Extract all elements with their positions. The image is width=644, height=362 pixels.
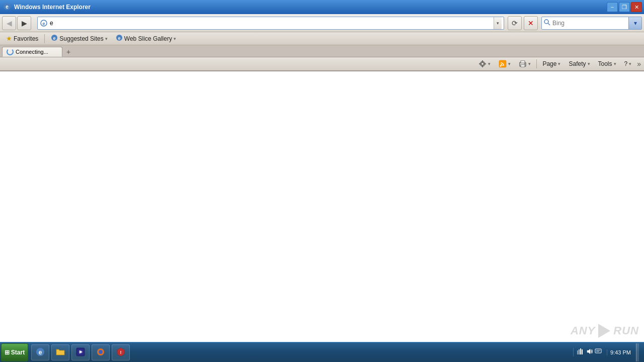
web-slice-icon: e — [116, 34, 123, 43]
minimize-button[interactable]: − — [607, 2, 618, 12]
svg-rect-42 — [595, 349, 601, 353]
restore-button[interactable]: ❐ — [619, 2, 630, 12]
search-container: ▾ — [541, 17, 642, 30]
start-windows-icon: ⊞ — [5, 349, 10, 356]
taskbar-media-button[interactable] — [71, 344, 90, 360]
address-input[interactable] — [50, 20, 494, 27]
svg-point-4 — [544, 20, 548, 24]
taskbar-firefox-icon — [96, 347, 105, 357]
command-bar: ▾ ▾ ▾ Page ▾ Safety ▾ Tools ▾ ? ▾ » — [0, 57, 644, 71]
title-bar-controls: − ❐ ✕ — [607, 2, 642, 12]
address-dropdown-button[interactable]: ▾ — [494, 17, 502, 29]
help-button[interactable]: ? ▾ — [621, 59, 635, 69]
svg-rect-38 — [579, 349, 580, 354]
search-icon — [542, 19, 552, 27]
safety-label: Safety — [569, 60, 586, 67]
tools-button[interactable]: Tools ▾ — [595, 59, 620, 69]
print-icon — [519, 60, 527, 68]
taskbar-right: 9:43 PM — [569, 343, 643, 361]
tools-icon-btn[interactable]: ▾ — [475, 58, 494, 69]
cmd-separator-1 — [536, 59, 537, 68]
forward-button[interactable]: ▶ — [17, 16, 31, 30]
web-slice-gallery-label: Web Slice Gallery — [124, 35, 172, 42]
svg-marker-41 — [587, 349, 590, 354]
taskbar-network-icon[interactable] — [577, 348, 584, 356]
taskbar-ie-icon: e — [36, 347, 45, 357]
page-label: Page — [542, 60, 556, 67]
svg-rect-19 — [521, 65, 525, 67]
svg-point-10 — [481, 62, 484, 65]
tab-loading-icon — [7, 48, 14, 55]
suggested-sites-label: Suggested Sites — [59, 35, 103, 42]
title-bar: e Windows Internet Explorer − ❐ ✕ — [0, 0, 644, 14]
favorites-bar: ★ Favorites e Suggested Sites ▾ e Web Sl… — [0, 32, 644, 45]
svg-point-35 — [99, 350, 103, 354]
toolbar: ◀ ▶ e ▾ ⟳ ✕ ▾ — [0, 14, 644, 32]
svg-text:e: e — [118, 36, 120, 41]
rss-btn[interactable]: ▾ — [495, 58, 514, 69]
main-content — [0, 71, 644, 348]
taskbar-action-center-icon[interactable] — [595, 348, 602, 356]
help-icon: ? — [624, 60, 628, 67]
tools-label: Tools — [598, 60, 612, 67]
ie-title-icon: e — [3, 3, 11, 12]
taskbar-security-icon: ! — [116, 347, 125, 357]
svg-text:e: e — [6, 4, 9, 10]
print-btn[interactable]: ▾ — [515, 58, 534, 69]
svg-rect-37 — [577, 350, 578, 354]
address-bar-icon: e — [40, 19, 48, 27]
web-slice-gallery-button[interactable]: e Web Slice Gallery ▾ — [113, 33, 179, 44]
start-button[interactable]: ⊞ Start — [1, 343, 28, 361]
taskbar-folder-button[interactable] — [51, 344, 69, 360]
back-button[interactable]: ◀ — [2, 16, 16, 30]
search-button[interactable]: ▾ — [628, 17, 641, 29]
show-desktop-button[interactable] — [636, 343, 639, 361]
browser-tab-1[interactable]: Connecting... — [2, 47, 62, 57]
safety-dropdown-icon: ▾ — [588, 61, 590, 66]
svg-rect-39 — [580, 348, 581, 354]
windows-taskbar: ⊞ Start e — [0, 342, 644, 362]
tab-bar: Connecting... + — [0, 45, 644, 57]
taskbar-folder-icon — [56, 347, 65, 357]
tab-1-label: Connecting... — [16, 49, 48, 55]
web-slice-dropdown-icon: ▾ — [174, 36, 176, 41]
svg-point-21 — [524, 63, 525, 64]
close-button[interactable]: ✕ — [631, 2, 642, 12]
tools-text-dropdown-icon: ▾ — [614, 61, 616, 66]
svg-point-17 — [500, 65, 502, 67]
title-bar-left: e Windows Internet Explorer — [3, 3, 91, 12]
safety-button[interactable]: Safety ▾ — [565, 59, 593, 69]
taskbar-media-icon — [76, 347, 85, 357]
command-bar-expand-button[interactable]: » — [637, 60, 641, 68]
address-bar-container: e ▾ — [37, 17, 504, 30]
svg-text:!: ! — [120, 350, 122, 355]
tools-gear-icon — [478, 60, 487, 68]
taskbar-security-button[interactable]: ! — [112, 344, 130, 360]
taskbar-firefox-button[interactable] — [92, 344, 110, 360]
system-clock[interactable]: 9:43 PM — [607, 349, 634, 355]
page-button[interactable]: Page ▾ — [539, 59, 564, 69]
rss-dropdown-icon: ▾ — [508, 61, 511, 66]
taskbar-volume-icon[interactable] — [586, 348, 593, 356]
title-text: Windows Internet Explorer — [14, 4, 91, 11]
suggested-sites-button[interactable]: e Suggested Sites ▾ — [48, 33, 110, 44]
favorites-star-icon: ★ — [6, 35, 12, 42]
taskbar-ie-button[interactable]: e — [31, 344, 49, 360]
stop-button[interactable]: ✕ — [524, 16, 538, 30]
svg-text:e: e — [42, 21, 45, 26]
favorites-button[interactable]: ★ Favorites — [3, 34, 41, 43]
print-dropdown-icon: ▾ — [528, 61, 531, 66]
favorites-label: Favorites — [14, 35, 38, 42]
refresh-button[interactable]: ⟳ — [508, 16, 522, 30]
svg-text:e: e — [39, 349, 42, 356]
new-tab-button[interactable]: + — [63, 47, 73, 57]
svg-text:e: e — [53, 36, 56, 41]
tools-dropdown-icon: ▾ — [488, 61, 491, 66]
svg-line-5 — [548, 23, 550, 25]
svg-rect-40 — [582, 349, 583, 354]
clock-time: 9:43 PM — [610, 349, 631, 355]
start-label: Start — [11, 349, 25, 356]
search-input[interactable] — [552, 20, 628, 27]
notification-area — [573, 348, 605, 356]
svg-rect-20 — [521, 61, 525, 63]
